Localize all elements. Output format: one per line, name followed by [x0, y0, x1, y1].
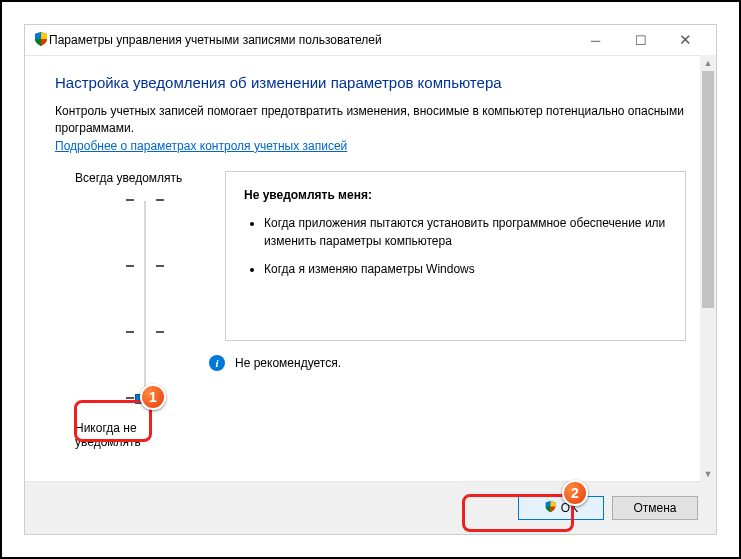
- content-area: Настройка уведомления об изменении парам…: [25, 56, 716, 481]
- window-title: Параметры управления учетными записями п…: [49, 33, 573, 47]
- recommend-text: Не рекомендуется.: [235, 356, 341, 370]
- close-button[interactable]: ✕: [663, 25, 708, 55]
- titlebar: Параметры управления учетными записями п…: [25, 25, 716, 55]
- info-bullet: Когда приложения пытаются установить про…: [264, 214, 667, 250]
- scrollbar-thumb[interactable]: [702, 71, 714, 308]
- vertical-scrollbar[interactable]: ▲ ▼: [700, 55, 716, 482]
- scroll-up-icon[interactable]: ▲: [700, 55, 716, 71]
- footer: OK Отмена: [25, 482, 716, 534]
- info-title: Не уведомлять меня:: [244, 188, 667, 202]
- page-description: Контроль учетных записей помогает предот…: [55, 103, 686, 137]
- cancel-label: Отмена: [633, 501, 676, 515]
- ok-button[interactable]: OK: [518, 496, 604, 520]
- info-icon: i: [209, 355, 225, 371]
- annotation-badge-1: 1: [140, 384, 166, 410]
- uac-settings-window: Параметры управления учетными записями п…: [24, 24, 717, 535]
- uac-slider[interactable]: [85, 193, 205, 413]
- scroll-down-icon[interactable]: ▼: [700, 466, 716, 482]
- cancel-button[interactable]: Отмена: [612, 496, 698, 520]
- page-heading: Настройка уведомления об изменении парам…: [55, 74, 686, 91]
- info-bullet: Когда я изменяю параметры Windows: [264, 260, 667, 278]
- maximize-button[interactable]: ☐: [618, 25, 663, 55]
- annotation-badge-2: 2: [562, 480, 588, 506]
- info-panel: Не уведомлять меня: Когда приложения пыт…: [225, 171, 686, 341]
- slider-label-top: Всегда уведомлять: [75, 171, 205, 185]
- slider-label-bottom: Никогда не уведомлять: [75, 421, 205, 449]
- minimize-button[interactable]: ─: [573, 25, 618, 55]
- shield-icon: [544, 500, 557, 516]
- shield-icon: [33, 31, 49, 50]
- learn-more-link[interactable]: Подробнее о параметрах контроля учетных …: [55, 139, 347, 153]
